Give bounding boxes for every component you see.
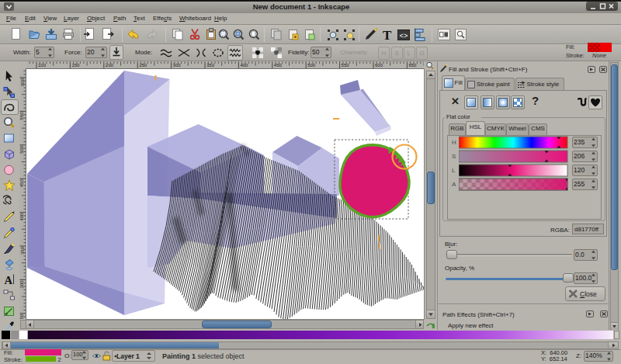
svg-text:650: 650 [408,63,417,68]
svg-text:150: 150 [71,63,80,68]
svg-text:250: 250 [139,63,147,68]
svg-text:250: 250 [20,314,25,319]
svg-text:400: 400 [240,63,248,68]
svg-text:300: 300 [173,63,182,68]
svg-text:300: 300 [20,280,25,289]
svg-text:600: 600 [375,63,383,68]
svg-text:500: 500 [307,63,316,68]
svg-text:500: 500 [20,145,25,154]
svg-text:<>: <> [400,32,408,40]
svg-text:350: 350 [20,246,25,255]
svg-text:T: T [383,28,392,41]
svg-text:450: 450 [274,63,283,68]
svg-text:A: A [5,274,13,286]
svg-text:450: 450 [20,179,25,188]
svg-text:550: 550 [342,63,350,68]
svg-text:100: 100 [38,63,47,68]
svg-text:200: 200 [106,63,114,68]
svg-text:350: 350 [206,63,215,68]
svg-text:600: 600 [20,78,25,86]
svg-text:550: 550 [20,112,25,120]
svg-text:400: 400 [20,213,25,221]
